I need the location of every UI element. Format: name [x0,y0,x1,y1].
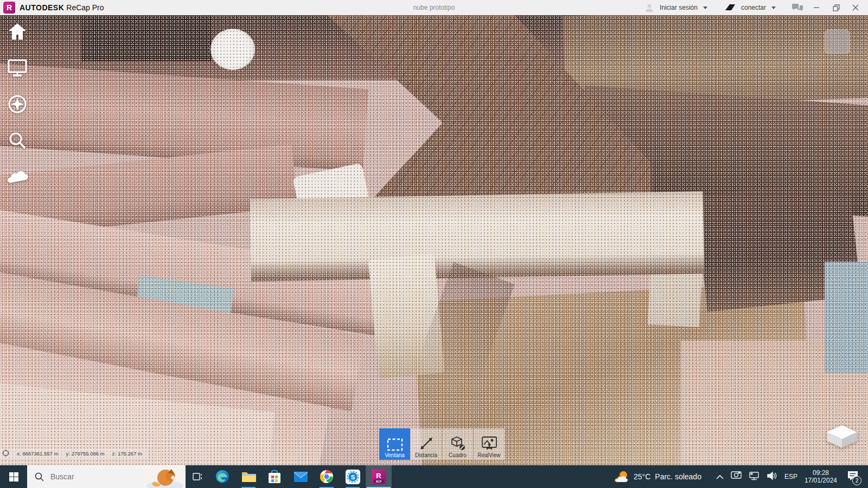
coordinate-y: y:279755.086 m [66,451,104,457]
recap-taskbar-icon: RRCP [372,470,386,484]
chat-icon[interactable] [791,3,804,12]
notification-center-button[interactable]: 2 [847,471,858,483]
search-highlight-image[interactable] [143,465,186,488]
weather-icon [614,470,629,483]
notification-badge: 2 [852,476,861,485]
coordinate-z: z:175.267 m [112,451,142,457]
connect-button[interactable]: conectar [741,4,766,11]
skype-icon: S [346,470,360,484]
weather-widget[interactable]: 25°C Parc. soleado [614,470,701,483]
limit-box-widget[interactable] [827,425,857,450]
cast-icon[interactable] [731,471,742,483]
store-icon [268,470,281,484]
system-tray: 25°C Parc. soleado ESP 09:28 17/01/2024 [614,465,868,488]
close-button[interactable] [848,2,863,13]
connect-swoosh-icon [725,4,736,11]
coordinate-x: x:8667361.557 m [17,451,58,457]
tool-cuadro[interactable]: Cuadro [442,428,473,460]
chrome-icon [320,470,334,484]
connect-caret-icon[interactable] [771,7,776,9]
point-cloud-viewport[interactable]: x:8667361.557 m y:279755.086 m z:175.267… [0,15,868,465]
taskbar-app-skype[interactable]: S [340,465,366,488]
sign-in-button[interactable]: Iniciar sesión [660,4,698,11]
app-titlebar: R AUTODESK ReCap Pro nube prototipo Inic… [0,0,868,15]
clock-widget[interactable]: 09:28 17/01/2024 [805,469,837,484]
measure-tool-palette: Ventana Distancia Cuadro RealView [379,428,505,460]
language-indicator[interactable]: ESP [784,473,797,480]
zoom-icon[interactable] [7,130,28,151]
display-icon[interactable] [7,57,28,79]
pc-center-pale-beam [250,191,705,282]
taskbar-search[interactable] [27,465,186,488]
taskbar-app-file-explorer[interactable] [235,465,261,488]
home-icon[interactable] [7,21,28,42]
tool-distancia[interactable]: Distancia [411,428,442,460]
weather-temperature: 25°C [634,472,650,481]
point-cloud-icon[interactable] [7,166,28,188]
taskbar-app-store[interactable] [261,465,288,488]
sign-in-caret-icon[interactable] [703,7,707,9]
app-name-recap: ReCap Pro [66,3,104,12]
user-icon [644,3,654,12]
task-view-button[interactable] [186,465,209,488]
tool-ventana[interactable]: Ventana [379,428,410,460]
edge-icon [215,470,229,484]
taskbar-app-edge[interactable] [209,465,235,488]
taskbar-app-mail[interactable] [288,465,314,488]
windows-logo-icon [9,472,18,481]
distance-icon [419,436,434,451]
volume-icon[interactable] [767,471,777,483]
screen: R AUTODESK ReCap Pro nube prototipo Inic… [0,0,868,488]
pc-right-blue-patch [825,262,868,373]
svg-text:S: S [350,474,355,480]
search-icon [35,472,44,481]
coordinate-icon [2,450,9,458]
pc-top-left-dark [81,15,212,61]
weather-condition: Parc. soleado [655,472,701,481]
app-name-autodesk: AUTODESK [20,3,64,12]
tray-date: 17/01/2024 [805,477,837,484]
pc-white-hole [210,29,255,70]
viewcube[interactable] [825,30,850,54]
windows-taskbar: S RRCP 25°C Parc. soleado [0,465,868,488]
svg-text:R: R [376,472,381,480]
task-view-icon [193,472,202,481]
search-input[interactable] [49,472,133,481]
navigation-wheel-icon[interactable] [7,93,28,115]
recap-logo-icon: R [3,2,15,14]
taskbar-app-recap[interactable]: RRCP [366,465,392,488]
taskbar-apps: S RRCP [209,465,392,488]
realview-icon [481,436,497,451]
minimize-button[interactable] [809,2,824,13]
selection-window-icon [387,438,403,451]
viewport-left-toolbar [7,21,28,188]
tray-time: 09:28 [813,469,829,477]
svg-text:RCP: RCP [376,479,382,483]
box-icon [450,436,466,451]
tray-chevron-up-icon[interactable] [716,472,724,481]
taskbar-app-chrome[interactable] [314,465,340,488]
coordinate-statusbar: x:8667361.557 m y:279755.086 m z:175.267… [0,448,148,459]
restore-button[interactable] [829,2,843,13]
file-explorer-icon [241,471,256,483]
tool-realview[interactable]: RealView [474,428,505,460]
mail-icon [293,471,308,483]
start-button[interactable] [0,465,27,488]
network-icon[interactable] [749,471,760,483]
